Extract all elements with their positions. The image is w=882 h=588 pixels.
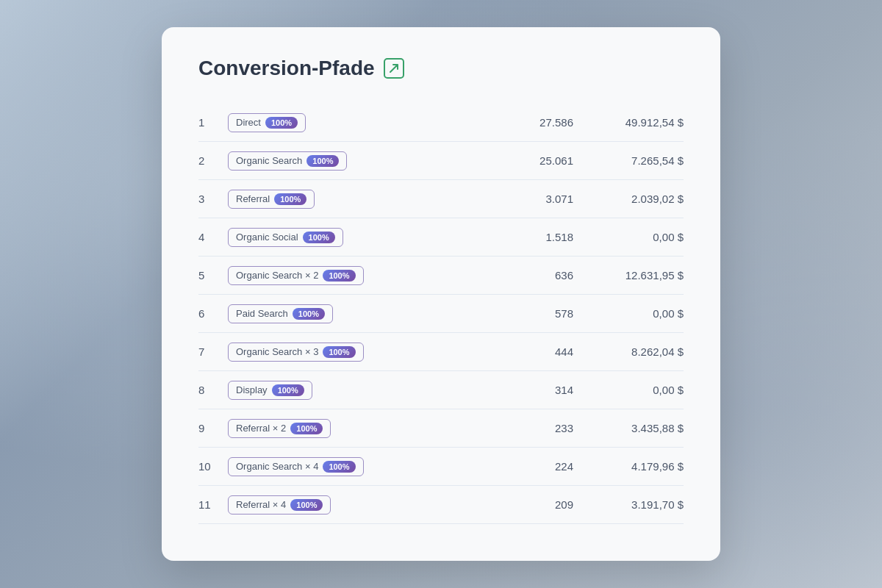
pct-badge: 100% — [306, 155, 339, 167]
row-revenue: 0,00 $ — [588, 231, 684, 243]
row-path: Direct100% — [228, 113, 514, 132]
row-number: 4 — [198, 231, 228, 243]
row-revenue: 12.631,95 $ — [588, 269, 684, 282]
row-path: Organic Search × 4100% — [228, 457, 514, 476]
row-revenue: 0,00 $ — [588, 384, 684, 396]
path-tag[interactable]: Organic Search100% — [228, 151, 347, 171]
row-number: 3 — [198, 193, 228, 205]
title-text: Conversion-Pfade — [198, 57, 375, 80]
path-label: Organic Search × 2 — [236, 270, 318, 281]
row-path: Organic Social100% — [228, 228, 514, 247]
table-row[interactable]: 8Display100%3140,00 $ — [198, 371, 684, 409]
row-number: 1 — [198, 116, 228, 129]
path-label: Organic Social — [236, 232, 298, 243]
row-revenue: 3.191,70 $ — [588, 498, 684, 511]
path-tag[interactable]: Organic Search × 4100% — [228, 457, 364, 476]
pct-badge: 100% — [303, 232, 335, 243]
row-sessions: 636 — [514, 269, 588, 282]
row-sessions: 1.518 — [514, 231, 588, 243]
row-revenue: 7.265,54 $ — [588, 154, 684, 167]
row-sessions: 25.061 — [514, 154, 588, 167]
row-number: 2 — [198, 154, 228, 167]
table-row[interactable]: 4Organic Social100%1.5180,00 $ — [198, 218, 684, 257]
path-label: Referral × 2 — [236, 423, 286, 434]
path-tag[interactable]: Referral × 2100% — [228, 419, 331, 438]
table-row[interactable]: 6Paid Search100%5780,00 $ — [198, 295, 684, 333]
row-number: 5 — [198, 269, 228, 282]
path-tag[interactable]: Direct100% — [228, 113, 306, 132]
pct-badge: 100% — [274, 193, 306, 205]
row-revenue: 8.262,04 $ — [588, 345, 684, 358]
pct-badge: 100% — [290, 423, 323, 434]
export-icon[interactable] — [384, 58, 404, 79]
row-sessions: 224 — [514, 460, 588, 473]
table-row[interactable]: 1Direct100%27.58649.912,54 $ — [198, 104, 684, 142]
path-label: Display — [236, 384, 268, 395]
pct-badge: 100% — [323, 461, 355, 473]
row-path: Referral100% — [228, 190, 514, 209]
table-row[interactable]: 11Referral × 4100%2093.191,70 $ — [198, 486, 684, 524]
path-label: Referral — [236, 193, 270, 204]
row-sessions: 314 — [514, 384, 588, 396]
pct-badge: 100% — [272, 384, 304, 396]
path-label: Referral × 4 — [236, 499, 286, 510]
path-tag[interactable]: Referral100% — [228, 190, 315, 209]
path-label: Organic Search × 3 — [236, 346, 318, 357]
row-path: Paid Search100% — [228, 304, 514, 323]
row-revenue: 0,00 $ — [588, 307, 684, 320]
pct-badge: 100% — [293, 308, 325, 320]
row-path: Organic Search × 3100% — [228, 343, 514, 362]
path-tag[interactable]: Referral × 4100% — [228, 495, 331, 514]
table-row[interactable]: 2Organic Search100%25.0617.265,54 $ — [198, 142, 684, 180]
row-path: Organic Search100% — [228, 151, 514, 171]
table-row[interactable]: 7Organic Search × 3100%4448.262,04 $ — [198, 333, 684, 371]
row-revenue: 3.435,88 $ — [588, 422, 684, 434]
path-label: Paid Search — [236, 308, 288, 319]
row-sessions: 209 — [514, 498, 588, 511]
conversion-paths-table: 1Direct100%27.58649.912,54 $2Organic Sea… — [198, 104, 684, 524]
row-sessions: 578 — [514, 307, 588, 320]
path-label: Organic Search × 4 — [236, 461, 318, 472]
row-path: Display100% — [228, 381, 514, 400]
path-tag[interactable]: Organic Social100% — [228, 228, 343, 247]
table-row[interactable]: 10Organic Search × 4100%2244.179,96 $ — [198, 448, 684, 486]
row-revenue: 49.912,54 $ — [588, 116, 684, 129]
page-title: Conversion-Pfade — [198, 57, 684, 80]
table-row[interactable]: 9Referral × 2100%2333.435,88 $ — [198, 409, 684, 448]
row-number: 7 — [198, 345, 228, 358]
row-sessions: 233 — [514, 422, 588, 434]
row-number: 8 — [198, 384, 228, 396]
table-row[interactable]: 5Organic Search × 2100%63612.631,95 $ — [198, 257, 684, 295]
path-tag[interactable]: Organic Search × 2100% — [228, 266, 364, 285]
row-number: 10 — [198, 460, 228, 473]
pct-badge: 100% — [323, 346, 355, 358]
row-number: 11 — [198, 498, 228, 511]
path-tag[interactable]: Paid Search100% — [228, 304, 333, 323]
row-number: 9 — [198, 422, 228, 434]
path-tag[interactable]: Display100% — [228, 381, 312, 400]
pct-badge: 100% — [290, 499, 323, 511]
table-row[interactable]: 3Referral100%3.0712.039,02 $ — [198, 180, 684, 218]
pct-badge: 100% — [265, 117, 298, 129]
row-revenue: 4.179,96 $ — [588, 460, 684, 473]
row-sessions: 27.586 — [514, 116, 588, 129]
row-path: Organic Search × 2100% — [228, 266, 514, 285]
path-tag[interactable]: Organic Search × 3100% — [228, 343, 364, 362]
row-path: Referral × 4100% — [228, 495, 514, 514]
row-sessions: 3.071 — [514, 193, 588, 205]
path-label: Direct — [236, 117, 261, 128]
pct-badge: 100% — [323, 270, 355, 282]
row-path: Referral × 2100% — [228, 419, 514, 438]
row-revenue: 2.039,02 $ — [588, 193, 684, 205]
path-label: Organic Search — [236, 155, 302, 166]
row-number: 6 — [198, 307, 228, 320]
main-card: Conversion-Pfade 1Direct100%27.58649.912… — [162, 27, 720, 561]
row-sessions: 444 — [514, 345, 588, 358]
